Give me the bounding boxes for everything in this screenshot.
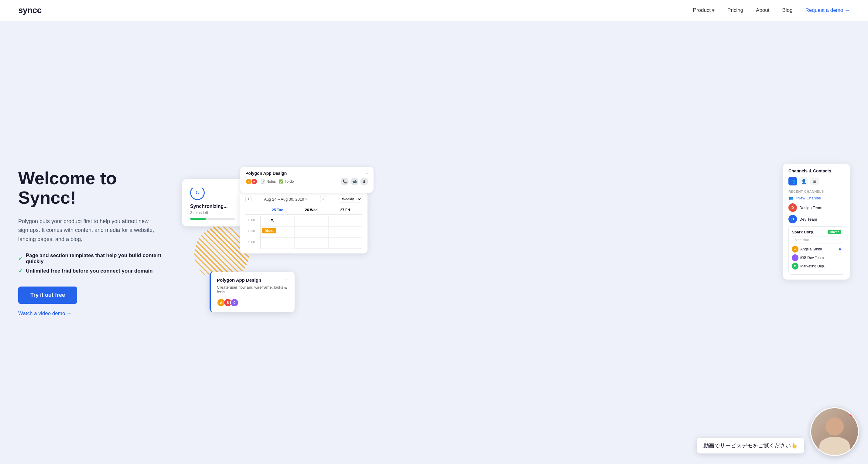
cal-view-select[interactable]: Weekly Daily Monthly	[339, 196, 362, 202]
sync-subtitle: 3 mins left	[190, 210, 235, 215]
tab-people[interactable]: 👤	[799, 177, 808, 186]
new-channel-btn[interactable]: 👥 +New Channel	[788, 196, 844, 200]
slot-tue-0830[interactable]: Diana	[260, 227, 294, 238]
hero-left: Welcome to Syncc! Polygon puts your prod…	[18, 168, 176, 317]
chat-input[interactable]: Start chat +	[792, 236, 841, 243]
hero-section: Welcome to Syncc! Polygon puts your prod…	[0, 21, 868, 464]
check-icon-1: ✓	[18, 255, 23, 262]
chevron-down-icon: ▾	[712, 7, 715, 14]
contact-card: Spark Corp. +Invite Start chat + A Angel…	[788, 226, 844, 275]
channels-tabs: 👥 👤 ⊞	[788, 177, 844, 186]
video-icon[interactable]: 📹	[350, 177, 359, 186]
channel-name-design: Design Team	[799, 205, 823, 210]
task-card: Polygon App Design ··· Create user flow …	[210, 272, 294, 312]
channel-dev-team[interactable]: D Dev Team	[788, 215, 844, 223]
nav-request-demo[interactable]: Request a demo →	[805, 7, 850, 13]
polygon-badge-notes: 📝Notes	[260, 179, 276, 184]
plus-icon: 👥	[788, 196, 793, 200]
video-circle	[810, 407, 859, 456]
task-avatars: A B C	[217, 298, 288, 307]
avatar-angela: A	[792, 246, 799, 253]
more-icon[interactable]: ⊕	[360, 177, 368, 186]
contact-ios[interactable]: i iOS Dev Team	[792, 254, 841, 261]
slot-fri-0830[interactable]	[328, 227, 362, 238]
task-title: Polygon App Design	[217, 277, 261, 283]
call-icons: 📞 📹 ⊕	[341, 177, 368, 186]
polygon-avatar-2: B	[251, 178, 257, 185]
tab-grid[interactable]: ⊞	[810, 177, 819, 186]
polygon-header-card: Polygon App Design ··· A B 📝Notes ✅To-do…	[240, 167, 374, 193]
nav-links: Product ▾ Pricing About Blog Request a d…	[693, 7, 850, 14]
channel-name-dev: Dev Team	[799, 217, 817, 222]
cal-day-tue: 25 Tue	[260, 206, 294, 214]
video-bubble[interactable]	[810, 407, 859, 456]
hero-title: Welcome to Syncc!	[18, 168, 176, 207]
slot-fri-0900[interactable]	[328, 238, 362, 248]
cal-next-btn[interactable]: ›	[320, 196, 326, 202]
time-0830: 08:30	[245, 227, 260, 238]
task-avatar-3: C	[230, 298, 239, 307]
calendar-days-header: 25 Tue 26 Wed 27 Fri	[245, 206, 362, 214]
task-dots: ···	[285, 277, 288, 283]
chat-caption: 動画でサービスデモをご覧ください👆	[697, 438, 804, 454]
slot-fri-0800[interactable]	[328, 216, 362, 227]
channels-section-title: RECENT CHANNELS	[788, 190, 844, 193]
polygon-card-title: Polygon App Design	[245, 171, 287, 176]
cal-day-fri: 27 Fri	[328, 206, 362, 214]
navbar: syncc Product ▾ Pricing About Blog Reque…	[0, 0, 868, 21]
hero-description: Polygon puts your product first to help …	[18, 217, 158, 244]
cal-event-diana: Diana	[262, 228, 276, 233]
phone-icon[interactable]: 📞	[341, 177, 349, 186]
nav-blog[interactable]: Blog	[782, 7, 793, 13]
contact-name: Spark Corp. +Invite	[792, 230, 841, 234]
time-0900: 09:00	[245, 238, 260, 248]
recording-dot	[849, 411, 856, 417]
avatar-ios: i	[792, 254, 799, 261]
logo: syncc	[18, 5, 41, 15]
sync-card: ↻ Synchronizing... 3 mins left	[182, 179, 243, 226]
channels-title: Channels & Contacts	[788, 168, 844, 173]
calendar-time-slots: 08:00 ↖ 08:30 Diana 09:00	[245, 216, 362, 248]
calendar-header: ‹ Aug 24 – Aug 30, 2019 > › Weekly Daily…	[245, 196, 362, 202]
person-head	[826, 417, 844, 436]
plus-chat-icon: +	[836, 238, 838, 242]
channel-avatar-design: D	[788, 203, 797, 212]
slot-wed-0900[interactable]	[294, 238, 328, 248]
sync-progress-fill	[190, 218, 206, 220]
slot-wed-0830[interactable]	[294, 227, 328, 238]
cal-prev-btn[interactable]: ‹	[245, 196, 251, 202]
feature-item-2: ✓ Unlimited free trial before you connec…	[18, 268, 176, 274]
try-free-button[interactable]: Try it out free	[18, 287, 77, 304]
slot-wed-0800[interactable]	[294, 216, 328, 227]
polygon-dots: ···	[365, 171, 368, 176]
hero-right: Polygon App Design ··· A B 📝Notes ✅To-do…	[176, 164, 850, 322]
tab-channels[interactable]: 👥	[788, 177, 797, 186]
channel-design-team[interactable]: D Design Team	[788, 203, 844, 212]
channels-card: Channels & Contacts 👥 👤 ⊞ RECENT CHANNEL…	[783, 164, 850, 279]
avatar-marketing: M	[792, 263, 799, 269]
polygon-meta: A B 📝Notes ✅To-do 📞 📹 ⊕	[245, 177, 368, 186]
cal-day-wed: 26 Wed	[294, 206, 328, 214]
time-0800: 08:00	[245, 216, 260, 227]
calendar-card: ‹ Aug 24 – Aug 30, 2019 > › Weekly Daily…	[240, 191, 368, 254]
feature-list: ✓ Page and section templates that help y…	[18, 253, 176, 274]
channel-avatar-dev: D	[788, 215, 797, 223]
check-icon-2: ✓	[18, 268, 23, 274]
calendar-date-range: Aug 24 – Aug 30, 2019 >	[264, 197, 308, 202]
nav-pricing[interactable]: Pricing	[727, 7, 743, 13]
contact-angela[interactable]: A Angela Smith	[792, 246, 841, 253]
contact-marketing[interactable]: M Marketing Dep.	[792, 263, 841, 269]
person-body	[819, 437, 850, 455]
invite-badge[interactable]: +Invite	[828, 230, 841, 234]
slot-tue-0800[interactable]: ↖	[260, 216, 294, 227]
polygon-badge-todo: ✅To-do	[279, 179, 294, 184]
feature-item-1: ✓ Page and section templates that help y…	[18, 253, 176, 265]
watch-video-link[interactable]: Watch a video demo →	[18, 310, 176, 317]
sync-spinner: ↻	[190, 186, 205, 200]
nav-about[interactable]: About	[756, 7, 769, 13]
sync-title: Synchronizing...	[190, 204, 235, 209]
slot-tue-0900[interactable]	[260, 238, 294, 248]
online-dot	[839, 248, 841, 251]
sync-icon: ↻	[195, 189, 200, 196]
nav-product[interactable]: Product ▾	[693, 7, 715, 14]
